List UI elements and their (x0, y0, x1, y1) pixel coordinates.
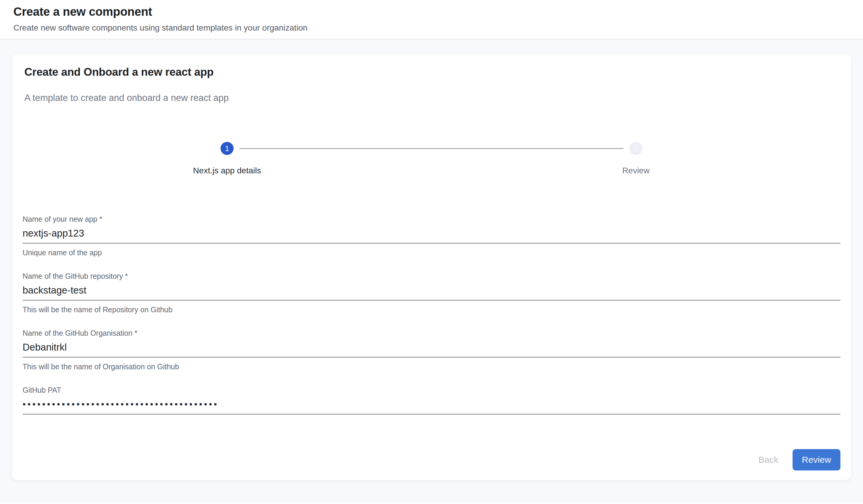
app-name-helper: Unique name of the app (23, 248, 840, 257)
github-organisation-label: Name of the GitHub Organisation * (23, 328, 840, 338)
step-2-label: Review (622, 166, 650, 176)
github-repository-input[interactable] (23, 281, 840, 301)
page-header: Create a new component Create new softwa… (0, 0, 863, 39)
field-github-organisation: Name of the GitHub Organisation * This w… (23, 328, 840, 371)
step-nextjs-app-details[interactable]: 1 Next.js app details (23, 142, 432, 176)
github-organisation-input[interactable] (23, 338, 840, 358)
page-subtitle: Create new software components using sta… (13, 23, 850, 33)
step-1-label: Next.js app details (193, 166, 261, 176)
step-1-indicator: 1 (221, 142, 234, 155)
page-title: Create a new component (13, 4, 850, 19)
app-name-label: Name of your new app * (23, 214, 840, 224)
stepper-connector (239, 148, 624, 149)
field-github-repository: Name of the GitHub repository * This wil… (23, 271, 840, 314)
component-form: Name of your new app * Unique name of th… (23, 214, 840, 415)
field-app-name: Name of your new app * Unique name of th… (23, 214, 840, 257)
card-title: Create and Onboard a new react app (23, 65, 840, 79)
review-button[interactable]: Review (792, 449, 840, 470)
github-pat-input[interactable] (23, 395, 840, 415)
github-repository-helper: This will be the name of Repository on G… (23, 305, 840, 314)
github-organisation-helper: This will be the name of Organisation on… (23, 362, 840, 371)
step-review[interactable]: 2 Review (432, 142, 840, 176)
step-2-indicator: 2 (629, 142, 642, 155)
card-subtitle: A template to create and onboard a new r… (23, 92, 840, 104)
field-github-pat: GitHub PAT (23, 385, 840, 415)
actions-row: Back Review (23, 449, 840, 470)
github-repository-label: Name of the GitHub repository * (23, 271, 840, 281)
app-name-input[interactable] (23, 224, 840, 244)
back-button[interactable]: Back (750, 450, 787, 469)
stepper: 1 Next.js app details 2 Review (23, 142, 840, 176)
github-pat-label: GitHub PAT (23, 385, 840, 395)
content-area: Create and Onboard a new react app A tem… (0, 39, 863, 503)
template-card: Create and Onboard a new react app A tem… (12, 54, 851, 480)
